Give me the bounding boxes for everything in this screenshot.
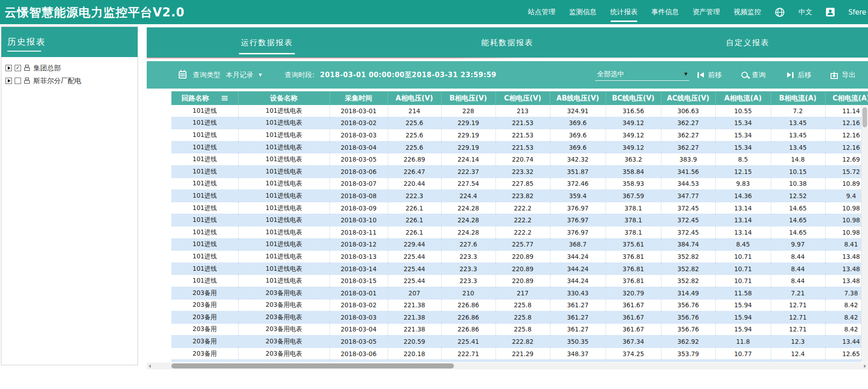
column-header[interactable]: A相电压(V) (388, 91, 441, 105)
table-row[interactable]: 101进线101进线电表2018-03-13225.44223.3220.893… (171, 251, 868, 263)
table-cell: 2018-03-01 (330, 105, 388, 117)
table-row[interactable]: 101进线101进线电表2018-03-14225.44223.3220.893… (171, 263, 868, 275)
nav-item-monitoring-info[interactable]: 监测信息 (569, 0, 596, 24)
table-cell: 361.27 (550, 323, 606, 336)
table-cell: 203备用 (171, 360, 238, 362)
tree-item-label[interactable]: 集团总部 (33, 64, 61, 73)
chevron-down-icon[interactable]: ▼ (259, 73, 262, 77)
column-header[interactable]: AB线电压(V) (550, 91, 606, 105)
move-next-button[interactable]: 后移 (787, 61, 811, 89)
table-cell: 225.44 (388, 263, 441, 275)
table-cell: 362.27 (661, 129, 715, 142)
user-icon[interactable] (826, 8, 835, 16)
table-row[interactable]: 101进线101进线电表2018-03-05226.89224.14220.74… (171, 153, 868, 166)
table-row[interactable]: 101进线101进线电表2018-03-06226.47222.37223.32… (171, 165, 868, 178)
table-row[interactable]: 101进线101进线电表2018-03-01214228213324.91316… (171, 105, 868, 117)
table-cell: 359.4 (550, 190, 606, 202)
table-cell: 223.3 (441, 275, 495, 287)
table-cell: 10.38 (771, 178, 825, 190)
query-button[interactable]: 查询 (741, 61, 766, 89)
table-row[interactable]: 101进线101进线电表2018-03-03225.6229.19221.533… (171, 129, 868, 142)
table-cell: 369.6 (550, 141, 606, 153)
column-header[interactable]: 设备名称 (238, 91, 330, 105)
expand-icon[interactable] (5, 78, 12, 84)
nav-item-site-management[interactable]: 站点管理 (528, 0, 555, 24)
username[interactable]: Sfere (848, 8, 866, 16)
column-header[interactable]: 回路名称 (171, 91, 238, 105)
table-row[interactable]: 203备用203备用电表2018-03-03221.38226.86225.83… (171, 311, 868, 324)
tab-energy-data-report[interactable]: 能耗数据报表 (387, 27, 628, 58)
expand-icon[interactable] (5, 65, 12, 71)
vertical-scrollbar[interactable] (861, 105, 868, 362)
table-row[interactable]: 203备用203备用电表2018-03-05220.59225.41222.82… (171, 336, 868, 348)
table-cell: 220.59 (388, 336, 441, 348)
language-selector[interactable]: 中文 (799, 8, 812, 16)
globe-icon[interactable] (775, 7, 785, 17)
column-header[interactable]: B相电流(A) (771, 91, 825, 105)
table-row[interactable]: 203备用203备用电表2018-03-02221.38226.86225.83… (171, 299, 868, 311)
horizontal-scrollbar-thumb[interactable] (171, 363, 454, 368)
table-row[interactable]: 203备用203备用电表2018-03-04221.38226.86225.83… (171, 323, 868, 336)
topbar: 云憬智慧能源电力监控平台V2.0 站点管理 监测信息 统计报表 事件信息 资产管… (0, 0, 868, 24)
table-row[interactable]: 203备用203备用电表2018-03-06220.18222.71221.29… (171, 347, 868, 360)
table-row[interactable]: 203备用203备用电表2018-03-07229.36229.62226.36… (171, 360, 868, 362)
column-header[interactable]: AC线电压(V) (661, 91, 715, 105)
column-header[interactable]: A相电流(A) (715, 91, 771, 105)
table-cell: 12.71 (771, 299, 825, 311)
table-cell: 345.23 (550, 360, 606, 362)
select-all-dropdown[interactable]: 全部选中 ▼ (595, 68, 689, 81)
vertical-scrollbar-thumb[interactable] (863, 107, 867, 127)
table-row[interactable]: 101进线101进线电表2018-03-11226.1224.28222.237… (171, 226, 868, 238)
table-cell: 13.14 (715, 202, 771, 214)
table-row[interactable]: 101进线101进线电表2018-03-10226.1224.28222.237… (171, 214, 868, 226)
table-cell: 101进线 (171, 129, 238, 142)
table-cell: 361.67 (606, 323, 661, 336)
nav-item-event-info[interactable]: 事件信息 (651, 0, 679, 24)
menu-icon[interactable] (222, 96, 228, 100)
table-cell: 362.27 (661, 141, 715, 153)
table-cell: 352.82 (661, 275, 715, 287)
tree-item-group-hq[interactable]: ✓ 集团总部 (5, 62, 133, 74)
table-row[interactable]: 101进线101进线电表2018-03-04225.6229.19221.533… (171, 141, 868, 153)
horizontal-scrollbar[interactable] (147, 363, 868, 369)
column-header[interactable]: BC线电压(V) (606, 91, 661, 105)
table-row[interactable]: 101进线101进线电表2018-03-09226.1224.28222.237… (171, 202, 868, 214)
column-header[interactable]: C相电压(V) (495, 91, 550, 105)
column-header[interactable]: B相电压(V) (441, 91, 495, 105)
table-cell: 361.27 (550, 299, 606, 311)
table-cell: 226.86 (441, 299, 495, 311)
top-nav: 站点管理 监测信息 统计报表 事件信息 资产管理 视频监控 中文 Sfere (528, 0, 868, 24)
export-label: 导出 (842, 71, 856, 79)
tree-item-label[interactable]: 斯菲尔分厂配电 (33, 77, 81, 85)
table-row[interactable]: 101进线101进线电表2018-03-12229.44227.6225.773… (171, 238, 868, 251)
table-cell: 223.3 (441, 251, 495, 263)
table-row[interactable]: 101进线101进线电表2018-03-02225.6229.19221.533… (171, 117, 868, 129)
nav-item-statistics-report[interactable]: 统计报表 (610, 0, 638, 24)
tab-operation-data-report[interactable]: 运行数据报表 (147, 27, 387, 58)
nav-item-asset-management[interactable]: 资产管理 (692, 0, 720, 24)
checkbox[interactable]: ✓ (15, 65, 21, 71)
scroll-left-icon[interactable] (149, 364, 151, 368)
table-row[interactable]: 101进线101进线电表2018-03-08222.3224.4223.8235… (171, 190, 868, 202)
query-settings: 查询类型 本月记录 ▼ 查询时段: 2018-03-01 00:00:00至20… (179, 61, 496, 89)
column-header[interactable]: 采集时间 (330, 91, 388, 105)
table-row[interactable]: 101进线101进线电表2018-03-07220.44227.54227.85… (171, 178, 868, 190)
query-type-select[interactable]: 本月记录 (226, 71, 253, 79)
export-button[interactable]: 导出 (831, 61, 856, 89)
table-cell: 203备用 (171, 299, 238, 311)
calendar-icon[interactable] (179, 71, 186, 79)
table-cell: 229.19 (441, 141, 495, 153)
scroll-right-icon[interactable] (864, 364, 866, 368)
nav-item-video-surveillance[interactable]: 视频监控 (734, 0, 761, 24)
checkbox[interactable] (15, 78, 21, 84)
table-cell: 203备用 (171, 347, 238, 360)
table-row[interactable]: 101进线101进线电表2018-03-15225.44223.3220.893… (171, 275, 868, 287)
column-header[interactable]: C相电流(A) (825, 91, 868, 105)
move-prev-button[interactable]: 前移 (698, 61, 722, 89)
table-row[interactable]: 203备用203备用电表2018-03-01207210217330.43320… (171, 287, 868, 299)
query-toolbar: 查询类型 本月记录 ▼ 查询时段: 2018-03-01 00:00:00至20… (147, 61, 868, 89)
table-cell: 222.82 (495, 336, 550, 348)
table-cell: 2018-03-05 (330, 336, 388, 348)
tab-custom-report[interactable]: 自定义报表 (628, 27, 868, 58)
tree-item-sfere-plant[interactable]: 斯菲尔分厂配电 (5, 74, 133, 87)
